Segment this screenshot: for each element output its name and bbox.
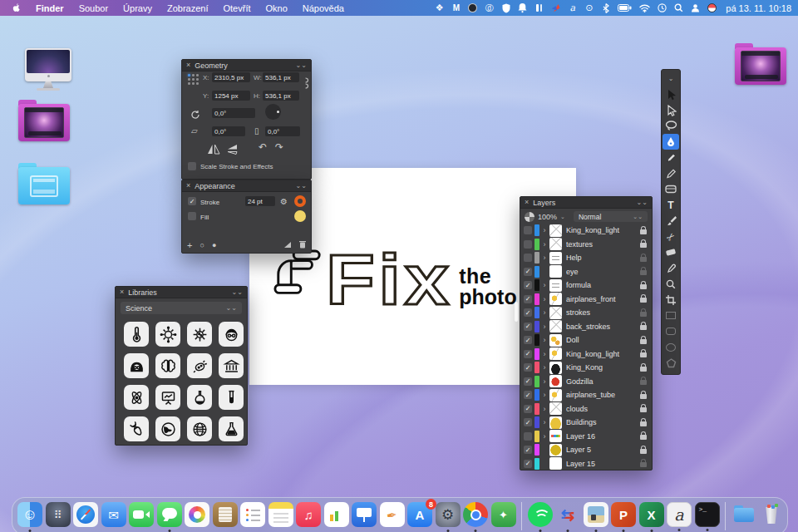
close-icon[interactable] [120,288,124,296]
lock-icon[interactable] [640,462,647,467]
move-tool[interactable] [663,86,679,102]
close-icon[interactable] [525,199,529,206]
user-switch-icon[interactable] [691,2,700,14]
layer-row[interactable]: Layer 15 [520,457,652,471]
add-icon[interactable]: + [187,240,192,250]
dock-app-contacts[interactable] [213,502,238,527]
opacity-value[interactable]: 100% [538,213,557,221]
bell-icon[interactable] [518,2,527,14]
eyedropper-tool[interactable] [663,260,679,276]
imac-desktop-icon[interactable] [25,48,71,91]
crop-tool[interactable] [663,292,679,308]
layer-expand-arrow[interactable]: › [542,418,547,426]
layer-row[interactable]: ›King_Kong [520,361,652,375]
dock-app-messages[interactable] [157,502,182,527]
layer-visibility-checkbox[interactable] [524,295,532,303]
gear-icon[interactable]: ⚙ [280,197,288,206]
lock-icon[interactable] [640,339,647,344]
w-field[interactable]: 536,1 px [263,72,299,82]
pokeball-icon[interactable] [707,2,717,14]
anchor-dot[interactable] [196,82,199,85]
library-icon-round-flask[interactable] [187,385,212,410]
flip-horizontal-icon[interactable] [207,143,220,158]
polygon-tool[interactable] [663,355,679,371]
apple-menu-icon[interactable] [12,2,22,14]
library-icon-virus-alt[interactable] [187,322,212,347]
dock-app-terminal[interactable]: >_ [695,502,720,527]
layer-visibility-checkbox[interactable] [524,377,532,386]
dock-app-downloads-folder[interactable] [732,502,756,527]
lock-icon[interactable] [640,380,647,385]
menu-item-finder[interactable]: Finder [28,3,71,13]
dock-app-mail[interactable]: ✉ [101,502,126,527]
vector-brush-tool[interactable] [663,165,679,181]
menu-item-okno[interactable]: Okno [259,3,295,13]
zoom-tool[interactable] [663,276,679,292]
h-field[interactable]: 536,1 px [263,91,299,101]
dock-app-photo-viewer[interactable] [584,502,608,527]
layers-scrollbar-thumb[interactable] [515,302,518,322]
library-icon-globe-grid[interactable] [187,416,212,441]
scale-stroke-checkbox[interactable] [188,162,196,170]
link-dimensions-icon[interactable] [304,77,310,91]
dock-app-feedly[interactable]: ✦ [491,502,516,527]
circle-outline-icon[interactable]: ○ [200,241,204,249]
layer-expand-arrow[interactable]: › [542,350,547,358]
layer-row[interactable]: ›clouds [520,402,652,416]
stroke-checkbox[interactable] [188,197,196,205]
layer-row[interactable]: ›Buildings [520,416,652,430]
layer-expand-arrow[interactable]: › [542,377,547,386]
layer-expand-arrow[interactable]: › [542,240,547,249]
dock-app-music[interactable]: ♫ [296,502,321,527]
update-clock-icon[interactable] [658,2,667,14]
dock-app-affinity-designer[interactable]: a [667,502,692,527]
dock-app-trash[interactable] [759,502,784,527]
dock-app-finder[interactable]: ☺ [17,502,42,527]
layer-visibility-checkbox[interactable] [524,446,532,454]
library-icon-dna[interactable] [124,416,149,441]
anchor-dot[interactable] [192,74,195,76]
lock-icon[interactable] [640,421,647,426]
libraries-panel-header[interactable]: Libraries ⌄ [116,287,247,298]
dock-app-spotify[interactable] [528,502,553,527]
pen-tool[interactable] [663,134,679,150]
chevron-down-icon[interactable]: ⌄ [560,214,565,220]
y-field[interactable]: 1254 px [212,91,250,101]
layer-expand-arrow[interactable]: › [542,254,547,262]
library-category-dropdown[interactable]: Science ⌄ [121,302,242,314]
stroke-color-swatch[interactable] [294,195,306,207]
anchor-dot[interactable] [192,82,195,85]
layer-visibility-checkbox[interactable] [524,308,532,317]
layer-expand-arrow[interactable]: › [542,323,547,331]
anchor-dot[interactable] [188,78,190,81]
noise-icon[interactable] [283,240,292,250]
menu-item-úpravy[interactable]: Úpravy [116,3,160,13]
lasso-tool[interactable] [663,118,679,134]
anchor-dot[interactable] [188,74,190,76]
layer-visibility-checkbox[interactable] [524,254,532,262]
dock-app-system-preferences[interactable]: ⚙ [436,502,461,527]
shield-icon[interactable] [501,2,510,14]
layer-visibility-checkbox[interactable] [524,460,532,468]
library-icon-virus[interactable] [155,322,180,347]
layer-expand-arrow[interactable]: › [542,295,547,303]
library-icon-museum[interactable] [219,353,244,378]
dock-app-excel[interactable]: X [639,502,664,527]
lock-icon[interactable] [640,394,647,399]
stroke-width-field[interactable]: 24 pt [245,196,275,206]
menu-item-soubor[interactable]: Soubor [71,3,116,13]
layer-row[interactable]: ›airplanes_tube [520,388,652,402]
flame-icon[interactable] [551,2,560,14]
purple-folder-desktop-icon-2[interactable] [735,43,786,85]
layer-expand-arrow[interactable]: › [542,432,547,441]
layer-row[interactable]: ›strokes [520,306,652,320]
close-icon[interactable] [186,62,190,69]
lock-icon[interactable] [640,312,647,317]
library-icon-scientist-woman[interactable] [124,353,149,378]
lock-icon[interactable] [640,229,647,234]
layer-expand-arrow[interactable]: › [542,336,547,344]
layer-visibility-checkbox[interactable] [524,432,532,441]
layer-visibility-checkbox[interactable] [524,336,532,344]
lock-icon[interactable] [640,284,647,289]
close-icon[interactable] [186,182,190,190]
